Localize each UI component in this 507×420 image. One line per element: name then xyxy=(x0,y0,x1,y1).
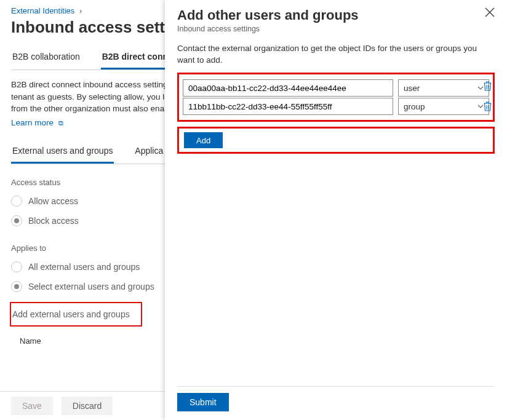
delete-row-button[interactable] xyxy=(480,101,495,111)
submit-button[interactable]: Submit xyxy=(177,393,229,411)
panel-message: Contact the external organization to get… xyxy=(177,43,495,66)
trash-icon xyxy=(483,101,492,111)
radio-label: Allow access xyxy=(28,196,78,206)
object-id-rows-container: user group xyxy=(177,73,495,122)
type-select-value: user xyxy=(404,84,420,93)
type-select-value: group xyxy=(404,102,425,111)
add-button-highlight: Add xyxy=(177,127,495,154)
tab-external-users-groups[interactable]: External users and groups xyxy=(11,141,114,164)
tab-applications[interactable]: Applica xyxy=(134,141,164,162)
panel-subtitle: Inbound access settings xyxy=(177,25,495,33)
add-external-users-groups-button[interactable]: Add external users and groups xyxy=(10,302,142,327)
save-button[interactable]: Save xyxy=(11,397,53,415)
tab-b2b-direct-connect[interactable]: B2B direct conn xyxy=(101,46,169,69)
panel-footer: Submit xyxy=(177,386,495,420)
radio-icon xyxy=(11,261,22,272)
object-id-input[interactable] xyxy=(183,98,393,115)
radio-label: All external users and groups xyxy=(28,262,140,272)
radio-icon xyxy=(11,281,22,292)
object-id-row: group xyxy=(183,98,489,115)
add-users-groups-panel: Add other users and groups Inbound acces… xyxy=(165,0,507,420)
external-link-icon: ⧉ xyxy=(58,119,63,127)
chevron-right-icon: › xyxy=(79,6,82,15)
add-button[interactable]: Add xyxy=(184,132,223,148)
object-id-row: user xyxy=(183,79,489,97)
object-id-input[interactable] xyxy=(183,79,393,97)
trash-icon xyxy=(483,81,492,91)
delete-row-button[interactable] xyxy=(480,81,495,91)
radio-label: Block access xyxy=(28,216,79,226)
radio-label: Select external users and groups xyxy=(28,282,154,291)
tab-b2b-collaboration[interactable]: B2B collaboration xyxy=(11,46,81,68)
panel-title: Add other users and groups xyxy=(177,7,485,23)
radio-icon xyxy=(11,215,22,226)
learn-more-link[interactable]: Learn more ⧉ xyxy=(11,118,63,127)
learn-more-label: Learn more xyxy=(11,118,54,127)
close-icon[interactable] xyxy=(485,7,495,17)
type-select[interactable]: user xyxy=(398,79,489,97)
radio-icon xyxy=(11,196,22,207)
discard-button[interactable]: Discard xyxy=(62,397,113,415)
type-select[interactable]: group xyxy=(398,98,489,115)
breadcrumb-root[interactable]: External Identities xyxy=(11,6,74,15)
